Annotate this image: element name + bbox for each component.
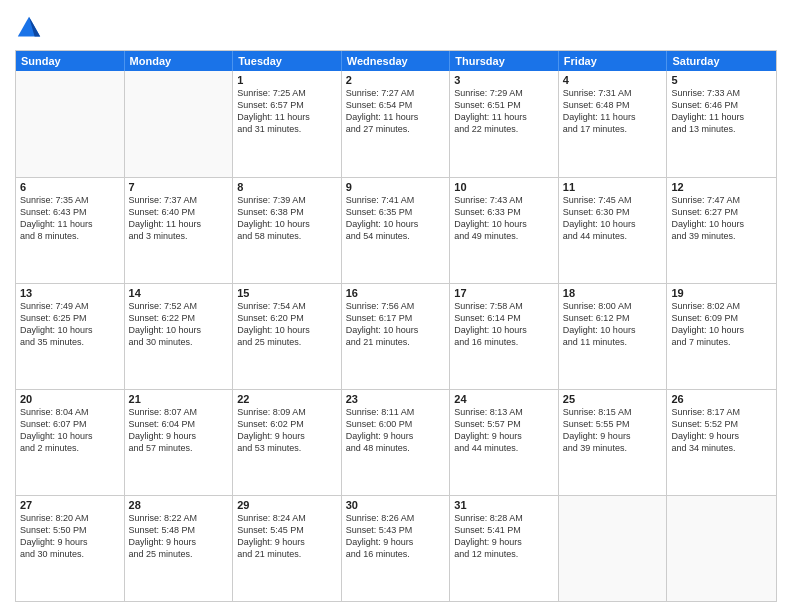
calendar-cell: 17Sunrise: 7:58 AM Sunset: 6:14 PM Dayli… [450,284,559,389]
day-number: 9 [346,181,446,193]
cell-details: Sunrise: 8:00 AM Sunset: 6:12 PM Dayligh… [563,300,663,349]
calendar-cell: 26Sunrise: 8:17 AM Sunset: 5:52 PM Dayli… [667,390,776,495]
day-number: 16 [346,287,446,299]
cell-details: Sunrise: 7:58 AM Sunset: 6:14 PM Dayligh… [454,300,554,349]
logo [15,14,47,42]
logo-icon [15,14,43,42]
day-number: 25 [563,393,663,405]
calendar-cell [667,496,776,601]
calendar-cell [559,496,668,601]
calendar-header: SundayMondayTuesdayWednesdayThursdayFrid… [16,51,776,71]
cell-details: Sunrise: 7:25 AM Sunset: 6:57 PM Dayligh… [237,87,337,136]
cell-details: Sunrise: 7:56 AM Sunset: 6:17 PM Dayligh… [346,300,446,349]
calendar-cell: 13Sunrise: 7:49 AM Sunset: 6:25 PM Dayli… [16,284,125,389]
calendar-cell: 27Sunrise: 8:20 AM Sunset: 5:50 PM Dayli… [16,496,125,601]
cell-details: Sunrise: 7:43 AM Sunset: 6:33 PM Dayligh… [454,194,554,243]
day-number: 24 [454,393,554,405]
calendar-cell: 23Sunrise: 8:11 AM Sunset: 6:00 PM Dayli… [342,390,451,495]
day-number: 3 [454,74,554,86]
calendar-header-day: Thursday [450,51,559,71]
calendar-header-day: Monday [125,51,234,71]
day-number: 5 [671,74,772,86]
page: SundayMondayTuesdayWednesdayThursdayFrid… [0,0,792,612]
day-number: 18 [563,287,663,299]
cell-details: Sunrise: 8:20 AM Sunset: 5:50 PM Dayligh… [20,512,120,561]
cell-details: Sunrise: 8:17 AM Sunset: 5:52 PM Dayligh… [671,406,772,455]
day-number: 15 [237,287,337,299]
calendar-cell: 1Sunrise: 7:25 AM Sunset: 6:57 PM Daylig… [233,71,342,177]
cell-details: Sunrise: 7:41 AM Sunset: 6:35 PM Dayligh… [346,194,446,243]
cell-details: Sunrise: 8:04 AM Sunset: 6:07 PM Dayligh… [20,406,120,455]
calendar: SundayMondayTuesdayWednesdayThursdayFrid… [15,50,777,602]
day-number: 19 [671,287,772,299]
calendar-cell: 19Sunrise: 8:02 AM Sunset: 6:09 PM Dayli… [667,284,776,389]
calendar-cell: 4Sunrise: 7:31 AM Sunset: 6:48 PM Daylig… [559,71,668,177]
calendar-cell: 5Sunrise: 7:33 AM Sunset: 6:46 PM Daylig… [667,71,776,177]
calendar-cell: 20Sunrise: 8:04 AM Sunset: 6:07 PM Dayli… [16,390,125,495]
day-number: 4 [563,74,663,86]
day-number: 20 [20,393,120,405]
calendar-cell: 22Sunrise: 8:09 AM Sunset: 6:02 PM Dayli… [233,390,342,495]
calendar-cell: 18Sunrise: 8:00 AM Sunset: 6:12 PM Dayli… [559,284,668,389]
cell-details: Sunrise: 7:33 AM Sunset: 6:46 PM Dayligh… [671,87,772,136]
calendar-row: 20Sunrise: 8:04 AM Sunset: 6:07 PM Dayli… [16,389,776,495]
cell-details: Sunrise: 8:13 AM Sunset: 5:57 PM Dayligh… [454,406,554,455]
day-number: 30 [346,499,446,511]
calendar-cell: 29Sunrise: 8:24 AM Sunset: 5:45 PM Dayli… [233,496,342,601]
calendar-header-day: Wednesday [342,51,451,71]
calendar-cell: 8Sunrise: 7:39 AM Sunset: 6:38 PM Daylig… [233,178,342,283]
day-number: 6 [20,181,120,193]
day-number: 10 [454,181,554,193]
day-number: 1 [237,74,337,86]
header [15,10,777,42]
day-number: 17 [454,287,554,299]
day-number: 28 [129,499,229,511]
day-number: 31 [454,499,554,511]
cell-details: Sunrise: 7:27 AM Sunset: 6:54 PM Dayligh… [346,87,446,136]
day-number: 7 [129,181,229,193]
cell-details: Sunrise: 8:15 AM Sunset: 5:55 PM Dayligh… [563,406,663,455]
calendar-cell: 7Sunrise: 7:37 AM Sunset: 6:40 PM Daylig… [125,178,234,283]
cell-details: Sunrise: 7:37 AM Sunset: 6:40 PM Dayligh… [129,194,229,243]
day-number: 13 [20,287,120,299]
calendar-header-day: Saturday [667,51,776,71]
calendar-cell: 9Sunrise: 7:41 AM Sunset: 6:35 PM Daylig… [342,178,451,283]
cell-details: Sunrise: 7:31 AM Sunset: 6:48 PM Dayligh… [563,87,663,136]
calendar-cell: 16Sunrise: 7:56 AM Sunset: 6:17 PM Dayli… [342,284,451,389]
cell-details: Sunrise: 7:54 AM Sunset: 6:20 PM Dayligh… [237,300,337,349]
calendar-cell: 31Sunrise: 8:28 AM Sunset: 5:41 PM Dayli… [450,496,559,601]
day-number: 11 [563,181,663,193]
cell-details: Sunrise: 8:28 AM Sunset: 5:41 PM Dayligh… [454,512,554,561]
day-number: 8 [237,181,337,193]
calendar-row: 1Sunrise: 7:25 AM Sunset: 6:57 PM Daylig… [16,71,776,177]
calendar-cell [16,71,125,177]
day-number: 22 [237,393,337,405]
cell-details: Sunrise: 7:47 AM Sunset: 6:27 PM Dayligh… [671,194,772,243]
cell-details: Sunrise: 8:02 AM Sunset: 6:09 PM Dayligh… [671,300,772,349]
cell-details: Sunrise: 7:29 AM Sunset: 6:51 PM Dayligh… [454,87,554,136]
calendar-cell: 30Sunrise: 8:26 AM Sunset: 5:43 PM Dayli… [342,496,451,601]
calendar-header-day: Tuesday [233,51,342,71]
cell-details: Sunrise: 7:49 AM Sunset: 6:25 PM Dayligh… [20,300,120,349]
calendar-cell: 6Sunrise: 7:35 AM Sunset: 6:43 PM Daylig… [16,178,125,283]
calendar-cell: 10Sunrise: 7:43 AM Sunset: 6:33 PM Dayli… [450,178,559,283]
day-number: 21 [129,393,229,405]
day-number: 12 [671,181,772,193]
cell-details: Sunrise: 8:26 AM Sunset: 5:43 PM Dayligh… [346,512,446,561]
calendar-row: 27Sunrise: 8:20 AM Sunset: 5:50 PM Dayli… [16,495,776,601]
cell-details: Sunrise: 8:24 AM Sunset: 5:45 PM Dayligh… [237,512,337,561]
calendar-header-day: Sunday [16,51,125,71]
calendar-cell: 12Sunrise: 7:47 AM Sunset: 6:27 PM Dayli… [667,178,776,283]
calendar-cell: 25Sunrise: 8:15 AM Sunset: 5:55 PM Dayli… [559,390,668,495]
cell-details: Sunrise: 7:45 AM Sunset: 6:30 PM Dayligh… [563,194,663,243]
calendar-body: 1Sunrise: 7:25 AM Sunset: 6:57 PM Daylig… [16,71,776,601]
calendar-cell: 14Sunrise: 7:52 AM Sunset: 6:22 PM Dayli… [125,284,234,389]
calendar-cell: 28Sunrise: 8:22 AM Sunset: 5:48 PM Dayli… [125,496,234,601]
cell-details: Sunrise: 8:22 AM Sunset: 5:48 PM Dayligh… [129,512,229,561]
calendar-header-day: Friday [559,51,668,71]
calendar-cell: 15Sunrise: 7:54 AM Sunset: 6:20 PM Dayli… [233,284,342,389]
calendar-cell: 11Sunrise: 7:45 AM Sunset: 6:30 PM Dayli… [559,178,668,283]
calendar-cell: 24Sunrise: 8:13 AM Sunset: 5:57 PM Dayli… [450,390,559,495]
day-number: 23 [346,393,446,405]
day-number: 26 [671,393,772,405]
